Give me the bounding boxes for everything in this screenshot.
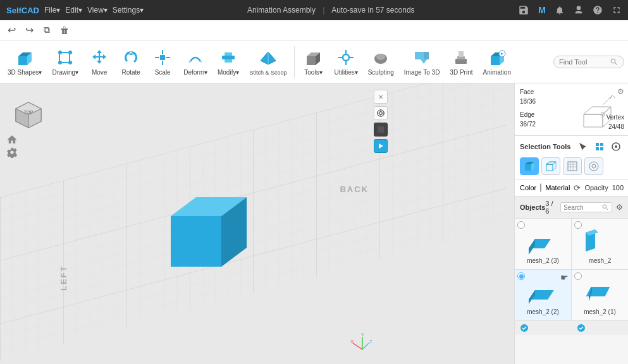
tool-utilities[interactable]: Utilities▾ (330, 45, 361, 78)
object-cell-mesh2-3[interactable]: mesh_2 (3) (515, 219, 571, 269)
object-radio-mesh2-1[interactable] (574, 272, 582, 280)
second-bar: ↩ ↪ ⧉ 🗑 (0, 20, 628, 40)
tool-scale[interactable]: Scale (148, 45, 177, 78)
objects-section: Objects 3 / 6 ⚙ (515, 197, 628, 364)
help-icon[interactable] (593, 5, 603, 15)
undo-button[interactable]: ↩ (5, 24, 18, 37)
svg-rect-11 (160, 55, 165, 60)
view-controls: ✕ (374, 90, 388, 153)
tool-move[interactable]: Move (85, 45, 114, 78)
material-icon[interactable]: ⟳ (574, 183, 581, 193)
object-radio-mesh2[interactable] (574, 221, 582, 229)
duplicate-button[interactable]: ⧉ (40, 24, 53, 37)
target-view-button[interactable] (374, 106, 388, 120)
tool-stitch-scoop[interactable]: Stitch & Scoop (245, 46, 290, 78)
tool-3d-shapes[interactable]: 3D Shapes▾ (4, 45, 46, 78)
svg-rect-76 (600, 147, 603, 150)
svg-line-61 (353, 343, 362, 349)
svg-text:TOP: TOP (24, 110, 34, 114)
object-icon-mesh2-1 (581, 279, 619, 307)
delete-button[interactable]: 🗑 (58, 24, 71, 37)
checkmark-left (520, 324, 529, 332)
tool-3d-print[interactable]: 3D Print (446, 45, 476, 78)
svg-line-69 (603, 95, 612, 105)
vertex-value: 24/48 (608, 123, 624, 130)
object-icon-mesh2-2 (524, 279, 562, 307)
material-text-label: Material (545, 184, 570, 191)
selection-tool-icon-2[interactable] (593, 140, 606, 154)
object-cell-mesh2-2[interactable]: ☛ mesh_2 (2) (515, 270, 571, 320)
mesh-info-section: Face 18/36 Edge 36/72 (515, 83, 628, 136)
wire-mode-button[interactable] (541, 157, 560, 175)
bottom-check-left (515, 321, 572, 335)
close-view-button[interactable]: ✕ (374, 90, 388, 104)
selection-tool-icon-1[interactable] (576, 140, 590, 154)
svg-point-78 (615, 145, 617, 148)
menu-view[interactable]: View▾ (87, 6, 108, 15)
objects-count: 3 / 6 (545, 200, 557, 215)
color-swatch[interactable] (540, 183, 541, 192)
svg-rect-75 (596, 147, 599, 150)
fullscreen-icon[interactable] (612, 5, 622, 15)
m-icon[interactable]: M (538, 5, 546, 15)
object-radio-mesh2-2[interactable] (517, 272, 525, 280)
checkmark-right (577, 324, 586, 332)
object-cell-mesh2[interactable]: mesh_2 (572, 219, 628, 269)
view-settings-button[interactable] (6, 147, 18, 160)
axis-indicator: Z X Y (350, 331, 375, 358)
object-radio-mesh2-3[interactable] (517, 221, 525, 229)
viewport[interactable]: BACK LEFT TOP (0, 83, 514, 364)
svg-point-24 (343, 54, 349, 61)
user-icon[interactable] (574, 5, 584, 15)
face-value: 18/36 (520, 98, 536, 105)
opacity-value: 100 (612, 184, 624, 191)
svg-text:Z: Z (369, 339, 372, 344)
tool-image-to-3d[interactable]: Image To 3D (400, 45, 444, 78)
grid-mode-button[interactable] (563, 157, 582, 175)
cursor-indicator: ☛ (560, 272, 569, 282)
tool-modify[interactable]: Modify▾ (214, 45, 243, 78)
solid-mode-button[interactable] (520, 157, 539, 175)
tool-rotate[interactable]: Rotate (116, 45, 145, 78)
svg-marker-59 (379, 143, 383, 149)
objects-grid: mesh_2 (3) mesh_2 (515, 219, 628, 320)
menu-file[interactable]: File▾ (44, 6, 60, 15)
object-cell-mesh2-1[interactable]: mesh_2 (1) (572, 270, 628, 320)
tool-tools[interactable]: Tools▾ (299, 45, 328, 78)
svg-rect-85 (568, 162, 577, 171)
nav-cube[interactable]: TOP (6, 90, 51, 134)
menu-edit[interactable]: Edit▾ (65, 6, 82, 15)
objects-search-input[interactable] (563, 204, 601, 211)
tool-sculpting[interactable]: Sculpting (364, 45, 398, 78)
circle-mode-button[interactable] (584, 157, 603, 175)
toolbar-divider (294, 46, 295, 78)
square-view-button[interactable] (374, 123, 388, 136)
objects-settings-icon[interactable]: ⚙ (616, 203, 623, 212)
notification-icon[interactable] (555, 5, 565, 15)
tool-animation[interactable]: Animation (479, 45, 514, 78)
topbar-left: SelfCAD File▾ Edit▾ View▾ Settings▾ (6, 6, 144, 15)
redo-button[interactable]: ↪ (23, 24, 35, 37)
svg-rect-17 (225, 52, 232, 56)
play-button[interactable] (374, 139, 388, 153)
main-area: BACK LEFT TOP (0, 83, 628, 364)
find-tool-input[interactable] (559, 58, 610, 66)
cube-svg (152, 185, 253, 286)
topbar-right: M (518, 4, 622, 16)
menu-settings[interactable]: Settings▾ (113, 6, 144, 15)
tool-deform[interactable]: Deform▾ (180, 45, 211, 78)
svg-marker-66 (584, 114, 603, 127)
selection-tool-icon-3[interactable] (609, 140, 623, 154)
color-text-label: Color (520, 184, 536, 191)
save-icon[interactable] (518, 4, 529, 16)
svg-marker-84 (553, 162, 556, 171)
svg-rect-74 (600, 143, 603, 146)
toolbar: 3D Shapes▾ Drawing▾ Move Rotate Scale De… (0, 40, 628, 83)
home-button[interactable] (6, 134, 18, 147)
tool-drawing[interactable]: Drawing▾ (48, 45, 82, 78)
svg-rect-33 (455, 59, 467, 64)
grid (0, 83, 514, 364)
back-label: BACK (340, 185, 369, 194)
mesh-settings-icon[interactable]: ⚙ (617, 87, 624, 96)
svg-marker-44 (171, 216, 221, 267)
